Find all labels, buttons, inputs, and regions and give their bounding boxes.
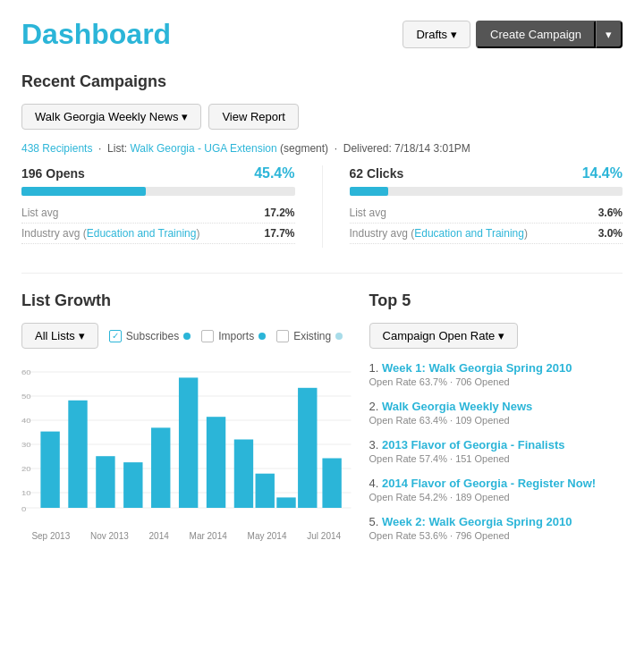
existing-checkbox-label[interactable]: Existing [276,330,343,342]
bar-2 [68,401,87,508]
top5-item-4-link[interactable]: 2014 Flavor of Georgia - Register Now! [382,477,596,490]
opens-progress-bg [21,187,295,196]
bar-chart: 0 10 20 30 40 50 60 [21,363,352,524]
clicks-label: 62 Clicks [350,166,404,181]
opens-pct: 45.4% [254,165,294,181]
chevron-down-icon: ▾ [182,110,188,123]
chevron-down-icon: ▾ [498,329,504,342]
subscribes-checkbox[interactable] [109,330,122,342]
top5-item-1-meta: Open Rate 63.7% · 706 Opened [369,376,623,387]
list-item: 2. Walk Georgia Weekly News Open Rate 63… [369,400,623,426]
chart-x-labels: Sep 2013 Nov 2013 2014 Mar 2014 May 2014… [21,528,352,541]
bar-11 [298,388,317,508]
top5-item-5-link[interactable]: Week 2: Walk Georgia Spring 2010 [382,515,572,528]
list-item: 5. Week 2: Walk Georgia Spring 2010 Open… [369,515,623,541]
bar-9 [256,474,275,508]
opens-industry-link[interactable]: Education and Training [87,227,197,240]
subscribes-dot [183,333,191,340]
svg-text:30: 30 [21,441,31,449]
svg-text:40: 40 [21,417,31,425]
opens-block: 196 Opens 45.4% List avg 17.2% Industry … [21,165,322,248]
divider [21,273,623,274]
bar-12 [322,459,341,509]
page-title: Dashboard [21,18,171,51]
bottom-section: List Growth All Lists ▾ Subscribes Impor… [21,291,623,553]
create-campaign-group: Create Campaign ▾ [476,21,623,48]
imports-checkbox-label[interactable]: Imports [201,330,266,342]
chart-controls: All Lists ▾ Subscribes Imports Existing [21,323,352,349]
campaign-meta: 438 Recipients · List: Walk Georgia - UG… [21,142,623,155]
create-campaign-split-button[interactable]: ▾ [596,21,623,48]
all-lists-button[interactable]: All Lists ▾ [21,323,98,349]
bar-8 [234,440,253,509]
page-header: Dashboard Drafts ▾ Create Campaign ▾ [21,18,623,51]
clicks-pct: 14.4% [582,165,623,181]
chart-svg: 0 10 20 30 40 50 60 [21,363,352,524]
top5-item-5-meta: Open Rate 53.6% · 796 Opened [369,530,623,541]
bar-3 [96,456,114,508]
opens-progress-fill [21,187,146,196]
bar-7 [207,417,225,508]
clicks-header: 62 Clicks 14.4% [350,165,623,181]
opens-list-avg-row: List avg 17.2% [21,207,295,224]
list-growth-section: List Growth All Lists ▾ Subscribes Impor… [21,291,352,553]
view-report-button[interactable]: View Report [208,104,299,130]
recent-campaigns-section: Recent Campaigns Walk Georgia Weekly New… [21,72,623,248]
top5-controls: Campaign Open Rate ▾ [369,323,623,349]
create-campaign-button[interactable]: Create Campaign [476,21,596,48]
svg-text:10: 10 [21,489,31,497]
list-item: 1. Week 1: Walk Georgia Spring 2010 Open… [369,361,623,387]
existing-checkbox[interactable] [276,330,289,342]
imports-checkbox[interactable] [201,330,214,342]
drafts-button[interactable]: Drafts ▾ [402,21,470,48]
chevron-down-icon: ▾ [79,329,85,342]
list-growth-title: List Growth [21,291,352,310]
top5-item-1-link[interactable]: Week 1: Walk Georgia Spring 2010 [382,361,572,375]
svg-text:50: 50 [21,393,31,401]
stats-row: 196 Opens 45.4% List avg 17.2% Industry … [21,165,623,248]
campaign-selector-button[interactable]: Walk Georgia Weekly News ▾ [21,104,201,130]
svg-text:0: 0 [21,505,26,513]
header-buttons: Drafts ▾ Create Campaign ▾ [402,21,623,48]
opens-header: 196 Opens 45.4% [21,165,295,181]
top5-section: Top 5 Campaign Open Rate ▾ 1. Week 1: Wa… [369,291,623,553]
subscribes-checkbox-label[interactable]: Subscribes [109,330,191,342]
svg-text:20: 20 [21,465,31,473]
existing-dot [335,333,343,340]
top5-item-3-meta: Open Rate 57.4% · 151 Opened [369,453,623,464]
opens-industry-avg-row: Industry avg (Education and Training) 17… [21,227,295,244]
bar-5 [151,427,170,508]
campaign-toolbar: Walk Georgia Weekly News ▾ View Report [21,104,623,130]
top5-item-2-link[interactable]: Walk Georgia Weekly News [382,400,532,413]
clicks-block: 62 Clicks 14.4% List avg 3.6% Industry a… [322,165,623,248]
list-item: 4. 2014 Flavor of Georgia - Register Now… [369,477,623,502]
opens-label: 196 Opens [21,166,85,181]
top5-filter-button[interactable]: Campaign Open Rate ▾ [369,323,519,349]
bar-6 [179,377,198,508]
recipients-link[interactable]: 438 Recipients [21,142,92,155]
list-link[interactable]: Walk Georgia - UGA Extension [130,142,276,155]
bar-4 [123,462,142,508]
clicks-industry-avg-row: Industry avg (Education and Training) 3.… [350,227,623,244]
clicks-list-avg-row: List avg 3.6% [350,207,623,224]
clicks-progress-fill [350,187,389,196]
svg-text:60: 60 [21,368,31,376]
clicks-industry-link[interactable]: Education and Training [414,227,524,240]
top5-item-3-link[interactable]: 2013 Flavor of Georgia - Finalists [382,438,564,452]
top5-item-4-meta: Open Rate 54.2% · 189 Opened [369,492,623,502]
recent-campaigns-title: Recent Campaigns [21,72,623,91]
top5-list: 1. Week 1: Walk Georgia Spring 2010 Open… [369,361,623,541]
list-item: 3. 2013 Flavor of Georgia - Finalists Op… [369,438,623,464]
bar-1 [40,432,59,508]
imports-dot [258,333,266,340]
top5-item-2-meta: Open Rate 63.4% · 109 Opened [369,415,623,426]
clicks-progress-bg [350,187,623,196]
bar-10 [276,497,295,508]
chevron-down-icon: ▾ [451,28,457,41]
top5-title: Top 5 [369,291,623,310]
